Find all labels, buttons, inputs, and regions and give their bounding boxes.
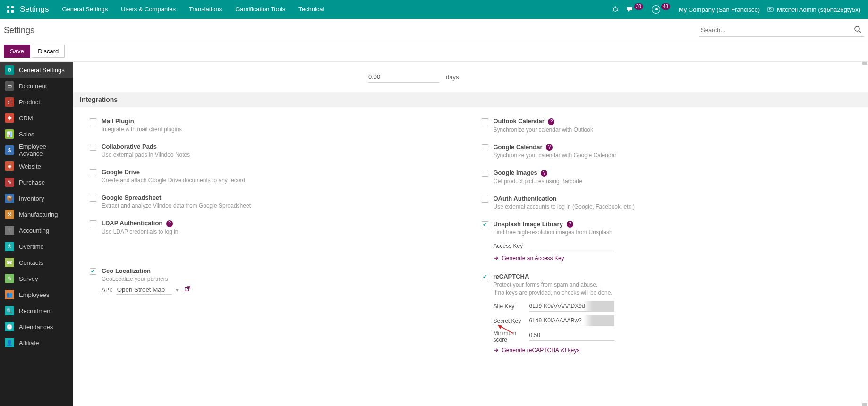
setting-mail-plugin: Mail Plugin Integrate with mail client p… xyxy=(85,114,471,139)
sidebar-icon: ⚙ xyxy=(5,65,14,75)
sidebar-item-contacts[interactable]: ☎Contacts xyxy=(0,254,73,271)
sidebar-item-website[interactable]: ⊕Website xyxy=(0,158,73,174)
search-input[interactable] xyxy=(699,24,851,36)
checkbox-oauth[interactable] xyxy=(482,196,488,203)
recaptcha-generate-link[interactable]: Generate reCAPTCHA v3 keys xyxy=(494,347,580,354)
page-title: Settings xyxy=(4,25,699,35)
menu-translations[interactable]: Translations xyxy=(182,0,229,19)
help-icon[interactable]: ? xyxy=(541,170,547,177)
messages-icon[interactable]: 30 xyxy=(626,6,645,13)
sidebar-item-label: General Settings xyxy=(19,67,65,74)
setting-oauth: OAuth Authentication Use external accoun… xyxy=(477,191,863,217)
sidebar-item-label: Product xyxy=(19,99,40,106)
sidebar-item-label: Manufacturing xyxy=(19,211,58,218)
checkbox-collab-pads[interactable] xyxy=(90,144,96,151)
checkbox-gdrive[interactable] xyxy=(90,169,96,176)
help-icon[interactable]: ? xyxy=(567,221,573,228)
checkbox-recaptcha[interactable] xyxy=(482,274,488,280)
geo-api-label: API: xyxy=(102,287,112,293)
sidebar-icon: ⚒ xyxy=(5,210,14,219)
days-unit: days xyxy=(446,74,459,81)
menu-gamification[interactable]: Gamification Tools xyxy=(229,0,292,19)
minscore-input[interactable] xyxy=(529,330,614,341)
checkbox-ldap[interactable] xyxy=(90,220,96,227)
setting-recaptcha: reCAPTCHA Protect your forms from spam a… xyxy=(477,269,863,361)
sidebar-item-accounting[interactable]: ≣Accounting xyxy=(0,222,73,238)
settings-right-col: Outlook Calendar ? Synchronize your cale… xyxy=(477,114,868,361)
debug-icon[interactable] xyxy=(612,5,619,14)
checkbox-outlook[interactable] xyxy=(482,118,488,125)
sidebar-icon: ✎ xyxy=(5,274,14,283)
checkbox-gsheet[interactable] xyxy=(90,195,96,202)
sidebar-item-recruitment[interactable]: 🔍Recruitment xyxy=(0,303,73,319)
sidebar-icon: ⏱ xyxy=(5,242,14,251)
svg-line-8 xyxy=(612,10,613,11)
svg-point-4 xyxy=(613,8,617,11)
company-selector[interactable]: My Company (San Francisco) xyxy=(679,6,760,13)
help-icon[interactable]: ? xyxy=(546,144,553,151)
sidebar-item-survey[interactable]: ✎Survey xyxy=(0,271,73,287)
checkbox-unsplash[interactable] xyxy=(482,221,488,228)
scrollbar[interactable] xyxy=(862,62,867,406)
external-link-icon[interactable] xyxy=(184,286,191,294)
sidebar-item-employee-advance[interactable]: $Employee Advance xyxy=(0,142,73,158)
menu-users[interactable]: Users & Companies xyxy=(114,0,182,19)
sidebar-item-attendances[interactable]: 🕘Attendances xyxy=(0,319,73,335)
sidebar-item-label: Recruitment xyxy=(19,307,52,314)
help-icon[interactable]: ? xyxy=(548,118,554,125)
sidebar-item-label: Website xyxy=(19,163,41,170)
sidebar-item-product[interactable]: 🏷Product xyxy=(0,94,73,110)
checkbox-gimages[interactable] xyxy=(482,170,488,177)
setting-gdrive: Google Drive Create and attach Google Dr… xyxy=(85,165,471,190)
sidebar-item-general-settings[interactable]: ⚙General Settings xyxy=(0,62,73,78)
sidebar-item-inventory[interactable]: 📦Inventory xyxy=(0,190,73,206)
activities-icon[interactable]: 43 xyxy=(652,5,672,14)
sidebar-item-manufacturing[interactable]: ⚒Manufacturing xyxy=(0,206,73,222)
section-integrations: Integrations xyxy=(73,92,868,107)
unsplash-access-input[interactable] xyxy=(529,240,614,251)
menu-general[interactable]: General Settings xyxy=(55,0,114,19)
svg-rect-10 xyxy=(767,8,773,11)
svg-rect-14 xyxy=(185,288,188,291)
sidebar-item-purchase[interactable]: ✎Purchase xyxy=(0,174,73,190)
search-icon[interactable] xyxy=(851,24,864,36)
sidebar-item-employees[interactable]: 👥Employees xyxy=(0,287,73,303)
svg-line-9 xyxy=(617,10,619,11)
svg-line-7 xyxy=(617,8,619,8)
unsplash-generate-link[interactable]: Generate an Access Key xyxy=(494,255,564,262)
annotation-arrow xyxy=(496,323,515,337)
sidebar-item-label: Employee Advance xyxy=(19,143,68,157)
sidebar-item-label: Survey xyxy=(19,275,38,282)
checkbox-geoloc[interactable] xyxy=(90,268,96,275)
checkbox-gcal[interactable] xyxy=(482,144,488,151)
messages-badge: 30 xyxy=(634,3,643,10)
svg-rect-0 xyxy=(7,6,9,8)
svg-rect-3 xyxy=(11,10,14,13)
sidebar-item-affiliate[interactable]: 👤Affiliate xyxy=(0,335,73,351)
help-icon[interactable]: ? xyxy=(166,220,173,227)
apps-icon[interactable] xyxy=(4,3,17,16)
checkbox-mail-plugin[interactable] xyxy=(90,118,96,125)
sidebar-item-label: Purchase xyxy=(19,179,45,186)
brand[interactable]: Settings xyxy=(20,5,49,14)
sidebar-icon: 📦 xyxy=(5,194,14,203)
save-button[interactable]: Save xyxy=(4,45,30,58)
settings-left-col: Mail Plugin Integrate with mail client p… xyxy=(73,114,477,361)
menu-technical[interactable]: Technical xyxy=(292,0,331,19)
setting-gsheet: Google Spreadsheet Extract and analyze V… xyxy=(85,190,471,216)
setting-collab-pads: Collaborative Pads Use external pads in … xyxy=(85,139,471,165)
sidebar-item-crm[interactable]: ✱CRM xyxy=(0,110,73,126)
geo-api-select[interactable]: Open Street Map xyxy=(116,285,172,295)
sidebar-item-sales[interactable]: 📊Sales xyxy=(0,126,73,142)
sidebar-icon: ✱ xyxy=(5,113,14,123)
sidebar-item-label: CRM xyxy=(19,115,33,122)
sidebar-item-document[interactable]: ▭Document xyxy=(0,78,73,94)
sidebar-icon: 👥 xyxy=(5,290,14,299)
svg-line-6 xyxy=(612,8,613,8)
days-input[interactable] xyxy=(368,71,439,83)
svg-rect-2 xyxy=(7,10,9,13)
discard-button[interactable]: Discard xyxy=(32,45,65,58)
sidebar-item-overtime[interactable]: ⏱Overtime xyxy=(0,238,73,254)
user-menu[interactable]: Mitchell Admin (sq6ha26gty5x) xyxy=(766,6,860,13)
search-wrap xyxy=(699,24,864,37)
